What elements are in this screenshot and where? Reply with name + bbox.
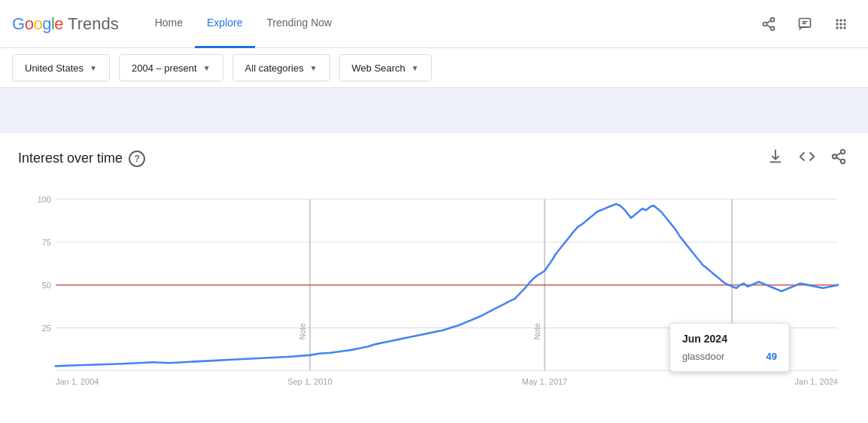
svg-point-10 [839, 19, 842, 21]
svg-point-0 [771, 17, 775, 21]
nav-home[interactable]: Home [143, 0, 195, 48]
share-button[interactable] [754, 9, 784, 39]
svg-point-15 [836, 26, 838, 29]
svg-point-21 [841, 160, 845, 164]
filter-bar: United States ▼ 2004 – present ▼ All cat… [0, 48, 868, 88]
logo[interactable]: Google Trends [12, 14, 119, 34]
chevron-down-icon: ▼ [90, 64, 97, 72]
main-content: Interest over time ? [0, 133, 868, 414]
section-actions [764, 145, 850, 172]
svg-text:100: 100 [38, 195, 51, 204]
help-icon[interactable]: ? [129, 151, 145, 167]
tooltip-term: glassdoor [682, 351, 724, 362]
svg-text:Sep 1, 2010: Sep 1, 2010 [287, 377, 332, 386]
nav-explore[interactable]: Explore [195, 0, 254, 48]
main-nav: Home Explore Trending Now [143, 0, 754, 48]
svg-point-1 [763, 22, 767, 26]
filter-category[interactable]: All categories ▼ [232, 54, 330, 81]
apps-button[interactable] [826, 9, 856, 39]
svg-point-14 [843, 23, 845, 25]
embed-icon[interactable] [796, 145, 818, 172]
section-header: Interest over time ? [18, 145, 850, 172]
svg-text:50: 50 [42, 281, 51, 290]
download-icon[interactable] [764, 145, 787, 172]
chart-container[interactable]: 100 75 50 25 Note Note Note Jan 1, 2004 … [18, 184, 850, 402]
svg-text:Note: Note [299, 323, 307, 339]
svg-text:Note: Note [533, 323, 542, 339]
svg-line-22 [836, 157, 841, 160]
share-chart-icon[interactable] [827, 145, 850, 172]
svg-text:Jan 1, 2024: Jan 1, 2024 [795, 377, 838, 386]
svg-point-11 [843, 19, 845, 21]
header-actions [754, 9, 856, 39]
logo-google-text: Google [12, 14, 63, 34]
tooltip-row: glassdoor 49 [682, 351, 777, 362]
svg-point-19 [841, 150, 845, 154]
ad-banner [0, 88, 868, 133]
svg-point-2 [771, 26, 775, 30]
svg-point-17 [843, 26, 845, 29]
svg-point-16 [839, 26, 842, 29]
chevron-down-icon: ▼ [411, 64, 419, 72]
chevron-down-icon: ▼ [310, 64, 317, 72]
svg-line-4 [766, 20, 771, 23]
svg-point-12 [836, 23, 838, 25]
svg-text:75: 75 [42, 238, 51, 247]
tooltip-value: 49 [766, 351, 777, 362]
filter-timerange[interactable]: 2004 – present ▼ [119, 54, 223, 81]
filter-search-type[interactable]: Web Search ▼ [339, 54, 432, 81]
header: Google Trends Home Explore Trending Now [0, 0, 868, 48]
chevron-down-icon: ▼ [203, 64, 211, 72]
svg-text:25: 25 [42, 324, 51, 333]
chart-tooltip: Jun 2024 glassdoor 49 [669, 323, 790, 372]
svg-text:Jan 1, 2004: Jan 1, 2004 [56, 377, 99, 386]
section-title: Interest over time [18, 151, 123, 166]
svg-point-13 [839, 23, 842, 25]
logo-trends-text: Trends [68, 14, 119, 34]
section-title-group: Interest over time ? [18, 151, 145, 167]
tooltip-date: Jun 2024 [682, 333, 777, 345]
svg-text:May 1, 2017: May 1, 2017 [522, 377, 567, 386]
svg-line-23 [836, 153, 841, 156]
filter-country[interactable]: United States ▼ [12, 54, 110, 81]
feedback-button[interactable] [790, 9, 820, 39]
svg-point-9 [836, 19, 838, 21]
svg-point-20 [833, 154, 837, 159]
svg-line-3 [766, 25, 771, 27]
nav-trending-now[interactable]: Trending Now [255, 0, 344, 48]
